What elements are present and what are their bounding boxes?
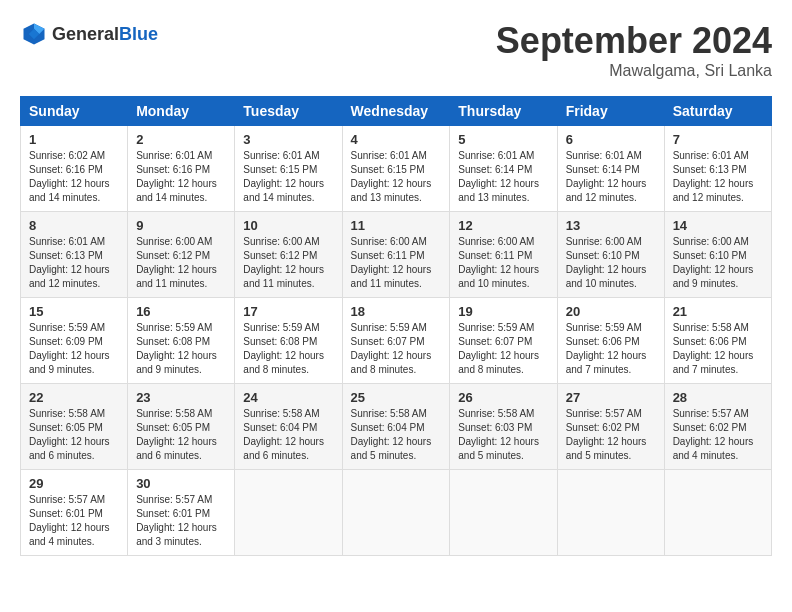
logo-icon	[20, 20, 48, 48]
calendar-cell: 4Sunrise: 6:01 AM Sunset: 6:15 PM Daylig…	[342, 126, 450, 212]
day-number: 2	[136, 132, 226, 147]
weekday-header-monday: Monday	[128, 97, 235, 126]
day-number: 24	[243, 390, 333, 405]
calendar-cell: 12Sunrise: 6:00 AM Sunset: 6:11 PM Dayli…	[450, 212, 557, 298]
calendar-cell: 16Sunrise: 5:59 AM Sunset: 6:08 PM Dayli…	[128, 298, 235, 384]
day-number: 27	[566, 390, 656, 405]
calendar-cell	[342, 470, 450, 556]
calendar-cell: 9Sunrise: 6:00 AM Sunset: 6:12 PM Daylig…	[128, 212, 235, 298]
calendar-cell: 18Sunrise: 5:59 AM Sunset: 6:07 PM Dayli…	[342, 298, 450, 384]
calendar-cell: 10Sunrise: 6:00 AM Sunset: 6:12 PM Dayli…	[235, 212, 342, 298]
day-info: Sunrise: 5:59 AM Sunset: 6:09 PM Dayligh…	[29, 321, 119, 377]
day-info: Sunrise: 5:59 AM Sunset: 6:07 PM Dayligh…	[351, 321, 442, 377]
day-info: Sunrise: 5:58 AM Sunset: 6:05 PM Dayligh…	[29, 407, 119, 463]
calendar-cell	[450, 470, 557, 556]
calendar-cell: 11Sunrise: 6:00 AM Sunset: 6:11 PM Dayli…	[342, 212, 450, 298]
day-number: 16	[136, 304, 226, 319]
day-info: Sunrise: 6:02 AM Sunset: 6:16 PM Dayligh…	[29, 149, 119, 205]
day-info: Sunrise: 5:59 AM Sunset: 6:08 PM Dayligh…	[243, 321, 333, 377]
day-info: Sunrise: 6:00 AM Sunset: 6:12 PM Dayligh…	[136, 235, 226, 291]
day-info: Sunrise: 6:00 AM Sunset: 6:10 PM Dayligh…	[566, 235, 656, 291]
day-info: Sunrise: 5:57 AM Sunset: 6:01 PM Dayligh…	[136, 493, 226, 549]
day-number: 21	[673, 304, 763, 319]
calendar-cell: 27Sunrise: 5:57 AM Sunset: 6:02 PM Dayli…	[557, 384, 664, 470]
day-info: Sunrise: 5:57 AM Sunset: 6:02 PM Dayligh…	[566, 407, 656, 463]
weekday-header-saturday: Saturday	[664, 97, 771, 126]
weekday-header-sunday: Sunday	[21, 97, 128, 126]
calendar-cell: 25Sunrise: 5:58 AM Sunset: 6:04 PM Dayli…	[342, 384, 450, 470]
day-info: Sunrise: 5:57 AM Sunset: 6:01 PM Dayligh…	[29, 493, 119, 549]
day-number: 28	[673, 390, 763, 405]
calendar-cell: 14Sunrise: 6:00 AM Sunset: 6:10 PM Dayli…	[664, 212, 771, 298]
day-number: 9	[136, 218, 226, 233]
logo-general: General	[52, 24, 119, 44]
day-info: Sunrise: 5:58 AM Sunset: 6:03 PM Dayligh…	[458, 407, 548, 463]
day-number: 20	[566, 304, 656, 319]
logo: GeneralBlue	[20, 20, 158, 48]
day-number: 4	[351, 132, 442, 147]
calendar-week-row: 22Sunrise: 5:58 AM Sunset: 6:05 PM Dayli…	[21, 384, 772, 470]
calendar-cell: 19Sunrise: 5:59 AM Sunset: 6:07 PM Dayli…	[450, 298, 557, 384]
day-info: Sunrise: 6:01 AM Sunset: 6:14 PM Dayligh…	[566, 149, 656, 205]
title-area: September 2024 Mawalgama, Sri Lanka	[496, 20, 772, 80]
day-number: 8	[29, 218, 119, 233]
day-info: Sunrise: 5:58 AM Sunset: 6:04 PM Dayligh…	[243, 407, 333, 463]
calendar-cell: 2Sunrise: 6:01 AM Sunset: 6:16 PM Daylig…	[128, 126, 235, 212]
day-info: Sunrise: 5:59 AM Sunset: 6:07 PM Dayligh…	[458, 321, 548, 377]
logo-blue: Blue	[119, 24, 158, 44]
day-number: 15	[29, 304, 119, 319]
day-info: Sunrise: 6:01 AM Sunset: 6:16 PM Dayligh…	[136, 149, 226, 205]
day-number: 14	[673, 218, 763, 233]
day-number: 1	[29, 132, 119, 147]
day-number: 3	[243, 132, 333, 147]
month-title: September 2024	[496, 20, 772, 62]
calendar-week-row: 1Sunrise: 6:02 AM Sunset: 6:16 PM Daylig…	[21, 126, 772, 212]
calendar-cell: 5Sunrise: 6:01 AM Sunset: 6:14 PM Daylig…	[450, 126, 557, 212]
day-number: 19	[458, 304, 548, 319]
day-number: 12	[458, 218, 548, 233]
calendar-table: SundayMondayTuesdayWednesdayThursdayFrid…	[20, 96, 772, 556]
calendar-cell: 24Sunrise: 5:58 AM Sunset: 6:04 PM Dayli…	[235, 384, 342, 470]
calendar-cell: 13Sunrise: 6:00 AM Sunset: 6:10 PM Dayli…	[557, 212, 664, 298]
day-number: 7	[673, 132, 763, 147]
calendar-cell	[235, 470, 342, 556]
day-number: 17	[243, 304, 333, 319]
calendar-cell: 22Sunrise: 5:58 AM Sunset: 6:05 PM Dayli…	[21, 384, 128, 470]
day-info: Sunrise: 6:01 AM Sunset: 6:14 PM Dayligh…	[458, 149, 548, 205]
day-number: 30	[136, 476, 226, 491]
day-number: 6	[566, 132, 656, 147]
day-info: Sunrise: 6:00 AM Sunset: 6:10 PM Dayligh…	[673, 235, 763, 291]
calendar-cell: 15Sunrise: 5:59 AM Sunset: 6:09 PM Dayli…	[21, 298, 128, 384]
day-info: Sunrise: 6:01 AM Sunset: 6:13 PM Dayligh…	[673, 149, 763, 205]
calendar-cell: 30Sunrise: 5:57 AM Sunset: 6:01 PM Dayli…	[128, 470, 235, 556]
day-number: 23	[136, 390, 226, 405]
day-info: Sunrise: 6:00 AM Sunset: 6:11 PM Dayligh…	[458, 235, 548, 291]
day-number: 11	[351, 218, 442, 233]
page-header: GeneralBlue September 2024 Mawalgama, Sr…	[20, 20, 772, 80]
logo-wordmark: GeneralBlue	[52, 24, 158, 45]
calendar-cell: 6Sunrise: 6:01 AM Sunset: 6:14 PM Daylig…	[557, 126, 664, 212]
calendar-cell: 23Sunrise: 5:58 AM Sunset: 6:05 PM Dayli…	[128, 384, 235, 470]
day-number: 25	[351, 390, 442, 405]
day-info: Sunrise: 5:58 AM Sunset: 6:05 PM Dayligh…	[136, 407, 226, 463]
calendar-cell: 26Sunrise: 5:58 AM Sunset: 6:03 PM Dayli…	[450, 384, 557, 470]
weekday-header-friday: Friday	[557, 97, 664, 126]
weekday-header-thursday: Thursday	[450, 97, 557, 126]
day-info: Sunrise: 5:59 AM Sunset: 6:06 PM Dayligh…	[566, 321, 656, 377]
weekday-header-row: SundayMondayTuesdayWednesdayThursdayFrid…	[21, 97, 772, 126]
day-number: 10	[243, 218, 333, 233]
calendar-cell: 29Sunrise: 5:57 AM Sunset: 6:01 PM Dayli…	[21, 470, 128, 556]
day-number: 26	[458, 390, 548, 405]
day-info: Sunrise: 6:01 AM Sunset: 6:15 PM Dayligh…	[243, 149, 333, 205]
day-number: 5	[458, 132, 548, 147]
day-info: Sunrise: 6:01 AM Sunset: 6:15 PM Dayligh…	[351, 149, 442, 205]
location-title: Mawalgama, Sri Lanka	[496, 62, 772, 80]
day-number: 22	[29, 390, 119, 405]
calendar-week-row: 15Sunrise: 5:59 AM Sunset: 6:09 PM Dayli…	[21, 298, 772, 384]
day-info: Sunrise: 5:57 AM Sunset: 6:02 PM Dayligh…	[673, 407, 763, 463]
weekday-header-tuesday: Tuesday	[235, 97, 342, 126]
calendar-cell: 8Sunrise: 6:01 AM Sunset: 6:13 PM Daylig…	[21, 212, 128, 298]
day-info: Sunrise: 5:58 AM Sunset: 6:04 PM Dayligh…	[351, 407, 442, 463]
calendar-cell: 7Sunrise: 6:01 AM Sunset: 6:13 PM Daylig…	[664, 126, 771, 212]
calendar-cell: 21Sunrise: 5:58 AM Sunset: 6:06 PM Dayli…	[664, 298, 771, 384]
